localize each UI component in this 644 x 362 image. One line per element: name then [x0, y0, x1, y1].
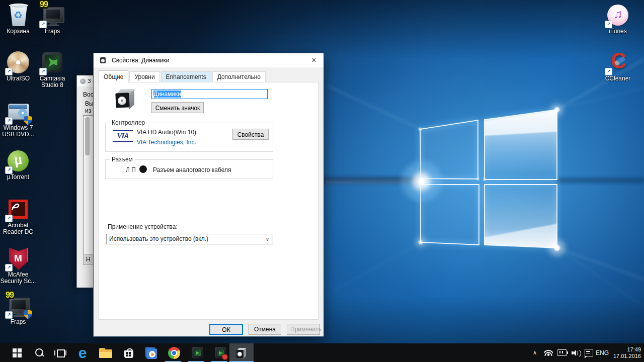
sound-window-text-fragment: Вы: [85, 100, 94, 107]
tab-levels[interactable]: Уровни: [129, 71, 159, 83]
desktop-icon-label: Fraps: [33, 28, 71, 35]
speaker-properties-dialog: Свойства: Динамики × Общие Уровни Enhanc…: [93, 53, 324, 337]
taskbar-search-button[interactable]: [28, 343, 50, 362]
desktop-icon-label: µTorrent: [0, 174, 37, 180]
movies-tv-icon: [145, 347, 157, 359]
taskbar-camtasia-recorder[interactable]: [209, 343, 231, 362]
desktop-icon-recycle-bin[interactable]: ♻ Корзина: [0, 3, 37, 35]
shortcut-arrow-icon: ↗: [605, 21, 612, 28]
cancel-button[interactable]: Отмена: [249, 324, 281, 335]
tray-power[interactable]: [555, 343, 569, 362]
desktop-icon-mcafee[interactable]: M ↗ McAfee Security Sc...: [0, 246, 37, 285]
jack-groupbox: Разъем Л П Разъем аналогового кабеля: [105, 159, 273, 178]
itunes-icon: ♫ ↗: [606, 3, 630, 27]
desktop-icon-utorrent[interactable]: µ ↗ µTorrent: [0, 149, 37, 180]
wifi-icon: [544, 350, 553, 356]
desktop-icon-label: Camtasia Studio 8: [33, 75, 71, 88]
desktop-icon-label: iTunes: [599, 28, 637, 35]
task-view-button[interactable]: [49, 343, 71, 362]
start-button[interactable]: [6, 343, 28, 362]
sound-window-partial[interactable]: З Вос Вы из Н: [76, 75, 94, 288]
shortcut-arrow-icon: ↗: [5, 311, 13, 319]
configure-button-fragment[interactable]: Н: [83, 254, 94, 265]
camtasia-icon: [192, 347, 203, 358]
search-icon: [34, 347, 45, 358]
action-center-button[interactable]: [583, 343, 595, 362]
jack-group-title: Разъем: [110, 156, 135, 163]
tab-enhancements[interactable]: Enhancements: [161, 71, 211, 83]
tray-expand-button[interactable]: ∧: [529, 343, 540, 362]
speaker-icon: [100, 57, 107, 64]
controller-groupbox: Контроллер VIA VIA HD Audio(Win 10) VIA …: [105, 123, 273, 152]
desktop-icon-camtasia[interactable]: ↗ Camtasia Studio 8: [33, 50, 71, 88]
shortcut-arrow-icon: ↗: [5, 117, 13, 125]
sound-window-title-fragment: З: [88, 78, 91, 84]
device-usage-select[interactable]: Использовать это устройство (вкл.) ∨: [106, 234, 273, 244]
taskbar-file-explorer[interactable]: [95, 343, 117, 362]
dialog-title: Свойства: Динамики: [112, 57, 169, 64]
desktop-icon-label: Корзина: [0, 28, 37, 35]
apply-button[interactable]: Применить: [287, 324, 320, 335]
desktop-icon-label: McAfee Security Sc...: [0, 272, 37, 285]
dialog-titlebar[interactable]: Свойства: Динамики ×: [94, 53, 324, 67]
desktop-icon-windows7-usb-dvd[interactable]: ↗ Windows 7 USB DVD...: [0, 100, 37, 138]
playback-devices-list[interactable]: [83, 115, 94, 256]
shortcut-arrow-icon: ↗: [5, 264, 13, 272]
desktop-icon-acrobat-reader[interactable]: ↗ Acrobat Reader DC: [0, 197, 37, 235]
fraps-icon: 99 ↗: [40, 3, 64, 27]
speaker-icon: [80, 78, 86, 84]
ultraiso-icon: ↗: [6, 50, 30, 74]
desktop-icon-ultraiso[interactable]: ↗ UltraISO: [0, 50, 37, 82]
taskbar: e: [0, 343, 644, 362]
vendor-link[interactable]: VIA Technologies, Inc.: [137, 139, 196, 146]
tray-volume[interactable]: [570, 343, 583, 362]
taskbar-camtasia-studio[interactable]: [186, 343, 208, 362]
controller-device-name: VIA HD Audio(Win 10): [137, 129, 196, 136]
controller-group-title: Контроллер: [110, 119, 147, 126]
tray-wifi[interactable]: [542, 343, 554, 362]
taskbar-movies-tv[interactable]: [140, 343, 162, 362]
edge-icon: e: [78, 345, 87, 360]
playback-tab-fragment[interactable]: Вос: [83, 91, 94, 98]
windows-logo-icon: [13, 348, 22, 357]
sound-window-titlebar: З: [77, 75, 94, 86]
change-icon-button[interactable]: Сменить значок: [151, 102, 204, 113]
fraps-icon: 99 ↗: [6, 294, 30, 318]
chevron-down-icon: ∨: [266, 234, 269, 244]
taskbar-store[interactable]: [118, 343, 140, 362]
tray-time: 17:49: [610, 346, 641, 353]
windows7-usb-dvd-icon: ↗: [6, 100, 30, 124]
tab-general[interactable]: Общие: [99, 70, 128, 85]
mcafee-icon: M ↗: [6, 246, 30, 270]
language-code: ENG: [596, 349, 609, 356]
desktop-icon-ccleaner[interactable]: C ↗ CCleaner: [599, 50, 637, 82]
camtasia-recorder-icon: [215, 347, 226, 358]
ccleaner-icon: C ↗: [606, 50, 630, 74]
shortcut-arrow-icon: ↗: [39, 68, 47, 75]
desktop-icon-label: CCleaner: [599, 75, 637, 82]
via-logo-icon: VIA: [113, 130, 133, 142]
tab-advanced[interactable]: Дополнительно: [212, 71, 266, 83]
folder-icon: [99, 348, 112, 358]
close-icon[interactable]: ×: [306, 54, 321, 66]
taskbar-chrome[interactable]: [163, 343, 185, 362]
desktop-icon-label: Acrobat Reader DC: [0, 222, 37, 235]
desktop-icon-fraps[interactable]: 99 ↗ Fraps: [33, 3, 71, 35]
device-usage-label: Применение устройства:: [108, 223, 178, 230]
shortcut-arrow-icon: ↗: [605, 68, 612, 75]
shortcut-arrow-icon: ↗: [39, 21, 47, 28]
controller-properties-button[interactable]: Свойства: [232, 129, 269, 140]
ok-button[interactable]: ОК: [209, 324, 243, 335]
chrome-icon: [168, 347, 180, 359]
language-indicator[interactable]: ENG: [594, 343, 611, 362]
sound-window-text-fragment: из: [85, 107, 91, 114]
taskbar-speakers-properties-active[interactable]: [229, 343, 254, 362]
desktop-icon-itunes[interactable]: ♫ ↗ iTunes: [599, 3, 637, 35]
clock[interactable]: 17:49 17.01.2016: [610, 343, 641, 362]
device-name-input[interactable]: Динамики: [151, 89, 268, 99]
desktop-icon-fraps-2[interactable]: 99 ↗ Fraps: [0, 294, 37, 325]
taskbar-edge[interactable]: e: [71, 343, 94, 362]
dialog-tabs: Общие Уровни Enhancements Дополнительно: [99, 71, 267, 82]
tray-date: 17.01.2016: [610, 353, 641, 359]
desktop-icon-label: Fraps: [0, 319, 37, 325]
